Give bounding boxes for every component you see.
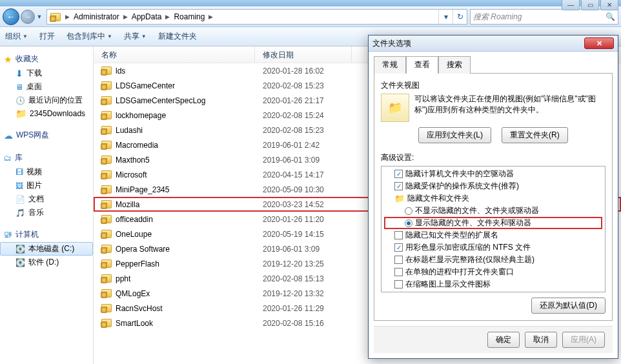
sidebar-libraries-head[interactable]: 🗂库 — [0, 150, 93, 165]
radio-icon[interactable] — [405, 219, 412, 227]
tree-label: 不显示隐藏的文件、文件夹或驱动器 — [415, 205, 539, 216]
sidebar-item-desktop[interactable]: 🖥桌面 — [0, 80, 93, 94]
breadcrumb[interactable]: AppData — [129, 12, 165, 21]
radio-icon[interactable] — [405, 207, 412, 215]
sidebar-computer-head[interactable]: 🖳计算机 — [0, 227, 93, 242]
tree-label: 在缩略图上显示文件图标 — [405, 279, 491, 290]
sidebar-item-disk-c[interactable]: 💽本地磁盘 (C:) — [0, 242, 93, 256]
tree-item[interactable]: 用彩色显示加密或压缩的 NTFS 文件 — [384, 241, 602, 254]
apply-to-folders-button[interactable]: 应用到文件夹(L) — [418, 127, 491, 143]
crumb-sep[interactable]: ▶ — [207, 14, 214, 20]
advanced-settings-tree[interactable]: 隐藏计算机文件夹中的空驱动器隐藏受保护的操作系统文件(推荐)📁隐藏文件和文件夹不… — [381, 166, 606, 292]
file-name: ppht — [116, 274, 130, 283]
breadcrumb[interactable]: Administrator — [71, 12, 122, 21]
toolbar-share[interactable]: 共享▼ — [124, 31, 147, 42]
breadcrumb[interactable]: Roaming — [171, 12, 207, 21]
search-input[interactable]: 搜索 Roaming 🔍 — [470, 9, 618, 25]
window-minimize-button[interactable]: — — [562, 0, 580, 10]
sidebar-item-recent[interactable]: 🕓最近访问的位置 — [0, 94, 93, 107]
address-bar[interactable]: ▶ Administrator ▶ AppData ▶ Roaming ▶ ▾ … — [46, 9, 467, 25]
disk-icon: 💽 — [15, 258, 25, 267]
apply-button[interactable]: 应用(A) — [562, 332, 605, 348]
nav-history-dropdown[interactable]: ▼ — [35, 8, 44, 25]
checkbox-icon[interactable] — [394, 256, 403, 264]
dialog-close-button[interactable]: ✕ — [584, 37, 614, 49]
document-icon: 📄 — [15, 195, 25, 204]
checkbox-icon[interactable] — [394, 182, 403, 190]
download-icon: ⬇ — [15, 68, 23, 79]
tree-item[interactable]: 隐藏已知文件类型的扩展名 — [384, 229, 602, 241]
checkbox-icon[interactable] — [394, 243, 403, 252]
nav-back-button[interactable]: ← — [3, 8, 19, 25]
tree-label: 在文件夹提示中显示文件大小信息 — [405, 291, 522, 292]
tab-view[interactable]: 查看 — [406, 56, 438, 74]
music-icon: 🎵 — [15, 208, 25, 217]
tree-item[interactable]: 不显示隐藏的文件、文件夹或驱动器 — [384, 205, 602, 217]
checkbox-icon[interactable] — [394, 231, 403, 239]
file-date: 2019-12-20 13:32 — [255, 289, 352, 298]
toolbar-include[interactable]: 包含到库中▼ — [66, 31, 112, 42]
crumb-sep[interactable]: ▶ — [164, 14, 171, 20]
sidebar-item-pictures[interactable]: 🖼图片 — [0, 179, 93, 192]
file-name: Maxthon5 — [116, 156, 150, 165]
cancel-button[interactable]: 取消 — [525, 332, 557, 348]
folder-icon — [49, 10, 62, 23]
sidebar-item-disk-d[interactable]: 💽软件 (D:) — [0, 256, 93, 269]
computer-icon: 🖳 — [4, 230, 12, 239]
video-icon: 🎞 — [15, 168, 23, 177]
restore-defaults-button[interactable]: 还原为默认值(D) — [531, 298, 606, 314]
toolbar-organize[interactable]: 组织▼ — [5, 31, 28, 42]
tab-general[interactable]: 常规 — [374, 56, 406, 74]
folder-icon — [101, 200, 112, 208]
tree-item[interactable]: 隐藏受保护的操作系统文件(推荐) — [384, 180, 602, 192]
sidebar-item-documents[interactable]: 📄文档 — [0, 192, 93, 206]
crumb-sep[interactable]: ▶ — [64, 14, 71, 20]
checkbox-icon[interactable] — [394, 170, 403, 178]
file-name: Microsoft — [116, 170, 147, 179]
refresh-button[interactable]: ↻ — [453, 10, 467, 24]
window-maximize-button[interactable]: ▭ — [581, 0, 599, 10]
file-name: lockhomepage — [116, 111, 166, 120]
file-date: 2020-05-19 14:15 — [255, 230, 352, 239]
window-close-button[interactable]: ✕ — [600, 0, 618, 10]
sidebar-favorites-head[interactable]: ★收藏夹 — [0, 52, 93, 66]
checkbox-icon[interactable] — [394, 280, 403, 288]
advanced-settings-title: 高级设置: — [381, 152, 606, 163]
sidebar-item-downloads[interactable]: ⬇下载 — [0, 66, 93, 80]
tree-item[interactable]: 显示隐藏的文件、文件夹和驱动器 — [384, 217, 602, 229]
tree-item[interactable]: 隐藏计算机文件夹中的空驱动器 — [384, 168, 602, 180]
reset-folders-button[interactable]: 重置文件夹(R) — [502, 127, 568, 143]
tab-search[interactable]: 搜索 — [438, 56, 471, 74]
file-date: 2020-02-08 15:23 — [255, 126, 352, 135]
file-date: 2020-01-26 21:17 — [255, 96, 352, 105]
sidebar-item-music[interactable]: 🎵音乐 — [0, 206, 93, 219]
file-date: 2020-02-08 15:16 — [255, 319, 352, 328]
tree-item[interactable]: 📁隐藏文件和文件夹 — [384, 192, 602, 205]
file-date: 2020-01-26 11:20 — [255, 215, 352, 224]
search-icon[interactable]: 🔍 — [606, 12, 615, 21]
ok-button[interactable]: 确定 — [487, 332, 520, 348]
toolbar-open[interactable]: 打开 — [39, 31, 55, 42]
file-name: lds — [116, 66, 125, 76]
address-dropdown-button[interactable]: ▾ — [438, 10, 453, 24]
column-header-date[interactable]: 修改日期 — [255, 46, 352, 63]
folder-icon — [101, 259, 112, 268]
crumb-sep[interactable]: ▶ — [122, 14, 129, 20]
sidebar-item-2345downloads[interactable]: 📁2345Downloads — [0, 107, 93, 120]
sidebar-wps-head[interactable]: ☁WPS网盘 — [0, 128, 93, 143]
sidebar: ★收藏夹 ⬇下载 🖥桌面 🕓最近访问的位置 📁2345Downloads ☁WP… — [0, 46, 94, 364]
sidebar-item-videos[interactable]: 🎞视频 — [0, 165, 93, 179]
folder-icon — [101, 304, 112, 312]
tree-item[interactable]: 在缩略图上显示文件图标 — [384, 278, 602, 290]
tree-item[interactable]: 在单独的进程中打开文件夹窗口 — [384, 266, 602, 278]
tree-item[interactable]: 在标题栏显示完整路径(仅限经典主题) — [384, 254, 602, 266]
folder-view-text: 可以将该文件夹正在使用的视图(例如"详细信息"或"图标")应用到所有这种类型的文… — [414, 94, 606, 122]
file-date: 2020-03-23 14:52 — [255, 200, 352, 209]
column-header-name[interactable]: 名称 — [94, 46, 255, 63]
checkbox-icon[interactable] — [394, 268, 403, 276]
library-icon: 🗂 — [4, 154, 12, 163]
tree-item[interactable]: 在文件夹提示中显示文件大小信息 — [384, 290, 602, 292]
nav-forward-button[interactable]: → — [21, 10, 35, 24]
toolbar-newfolder[interactable]: 新建文件夹 — [158, 31, 197, 42]
tree-label: 在单独的进程中打开文件夹窗口 — [405, 267, 514, 278]
